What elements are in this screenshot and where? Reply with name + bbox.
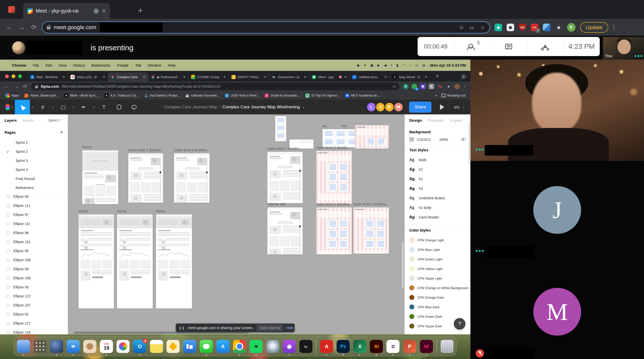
participant-avatar-m[interactable]: M	[533, 288, 581, 336]
lastpass-extension-icon[interactable]: •••7	[531, 24, 538, 31]
add-page-button[interactable]: +	[60, 129, 63, 136]
page-row-sprint-4[interactable]: Sprint 4	[0, 165, 68, 174]
page-row-sprint-3[interactable]: Sprint 3	[0, 156, 68, 165]
participant-avatar-j[interactable]: J	[533, 186, 581, 234]
bookmark-star-icon[interactable]: ☆	[480, 24, 485, 30]
tab-close-icon[interactable]: ✕	[384, 75, 387, 79]
bookmark-10-top-ux-agenci-[interactable]: X10 Top UX Agenci...	[305, 94, 340, 98]
layer-row-ellipse-92[interactable]: Ellipse 92	[0, 310, 68, 319]
layer-row-ellipse-122[interactable]: Ellipse 122	[0, 292, 68, 301]
page-row-refinement[interactable]: Refinement	[0, 183, 68, 192]
inner-menu-icon[interactable]: ⋮	[463, 84, 467, 89]
frame-label[interactable]: ex...	[342, 124, 349, 128]
mail-dock-icon[interactable]: ✉	[67, 340, 80, 353]
outer-address-bar[interactable]: meet.google.com ⌸ ⚏ ☆	[42, 21, 490, 33]
canvas-frame-side-by-side-12[interactable]	[267, 207, 303, 254]
frame-label[interactable]: ex...	[323, 124, 329, 128]
inner-bookmark-star[interactable]: ☆	[392, 84, 396, 89]
canvas-frame-zoom-level-2-timeline--13[interactable]	[316, 207, 352, 254]
frame-label[interactable]: zoom level 2 timelin...	[267, 147, 301, 151]
browser-tab--refinement[interactable]: ▶ Refinement✕	[148, 72, 188, 81]
launchpad-dock-icon[interactable]	[33, 340, 47, 353]
wifi-status-icon[interactable]: ◠	[402, 63, 405, 67]
translate-extension-icon[interactable]	[543, 24, 550, 31]
zoom-control[interactable]: 9%▾	[454, 105, 466, 109]
photos-dock-icon[interactable]	[116, 340, 130, 353]
camera-access-icon[interactable]: ⌸	[460, 24, 463, 30]
inner-reload-button[interactable]: ⟳	[23, 83, 27, 89]
color-style-cpn-yellow-light[interactable]: CPN Yellow Light	[409, 264, 466, 274]
canvas-frame-home-11[interactable]	[156, 214, 192, 308]
canvas-frame-zoom-level-2-timelin--8[interactable]	[316, 151, 352, 204]
browser-tab-untitled-docu[interactable]: ≡Untitled docu✕	[349, 72, 390, 81]
layer-row-ellipse-85[interactable]: Ellipse 85	[0, 192, 68, 201]
color-style-cpn-blue-dark[interactable]: CPN Blue Dark	[409, 302, 466, 312]
tab-close-icon[interactable]: ✕	[102, 75, 105, 79]
text-style-underline-button[interactable]: AgUnderline Button	[409, 193, 466, 203]
canvas-frame-minicol-0[interactable]	[275, 116, 286, 141]
frame-label[interactable]: zoom level 2 timelin...	[316, 146, 350, 150]
present-button[interactable]	[527, 37, 563, 56]
present-play-icon[interactable]	[440, 104, 447, 110]
background-swatch[interactable]	[409, 137, 414, 142]
ublock-extension-icon[interactable]: UO	[519, 24, 526, 31]
inner-back-button[interactable]: ←	[5, 84, 9, 89]
inner-new-tab-button[interactable]: +	[435, 72, 439, 80]
layer-row-ellipse-107[interactable]: Ellipse 107	[0, 301, 68, 310]
visibility-eye-icon[interactable]	[461, 138, 466, 141]
canvas-frame-zoom-level-2-timeline--6[interactable]	[174, 153, 210, 203]
tab-close-icon[interactable]: ✕	[263, 75, 266, 79]
hide-toast-button[interactable]: Hide	[286, 326, 294, 330]
green-extension-icon[interactable]: 1	[412, 84, 417, 89]
share-button[interactable]: Share	[409, 102, 431, 113]
inner-forward-button[interactable]: →	[14, 84, 19, 89]
illustrator-dock-icon[interactable]: Ai	[370, 340, 383, 353]
acrobat-dock-icon[interactable]: A	[320, 340, 333, 353]
tab-close-icon[interactable]: ✕	[143, 75, 146, 79]
window-traffic-lights[interactable]	[5, 74, 22, 78]
text-style-h3[interactable]: Agh3	[409, 184, 466, 193]
appstore-dock-icon[interactable]: A	[216, 340, 229, 353]
tab-close-icon[interactable]: ✕	[344, 75, 347, 79]
menubar-item-tab[interactable]: Tab	[135, 63, 141, 67]
page-row-final-round[interactable]: Final Round	[0, 174, 68, 183]
chrome-menu-icon[interactable]: ⋮	[611, 24, 617, 31]
move-tool[interactable]	[15, 100, 30, 114]
grammarly-extension-icon[interactable]: G	[403, 84, 409, 89]
contacts-dock-icon[interactable]	[83, 340, 96, 353]
inner-profile-avatar[interactable]	[454, 84, 460, 89]
teampassword-extension-icon[interactable]: Tp	[437, 84, 443, 89]
photoshop-dock-icon[interactable]: Ps	[337, 340, 350, 353]
battery-status-icon[interactable]: ▮	[396, 63, 398, 67]
text-style-h1[interactable]: Agh1	[409, 174, 466, 184]
layer-row-ellipse-110[interactable]: Ellipse 110	[0, 237, 68, 246]
comment-tool[interactable]	[127, 100, 142, 114]
hand-tool[interactable]	[111, 100, 127, 114]
keynote-dock-icon[interactable]: ▋▆	[183, 340, 196, 353]
stop-sharing-button[interactable]: Stop sharing	[257, 325, 283, 331]
menubar-item-view[interactable]: View	[59, 63, 67, 67]
loom-extension-icon[interactable]: ◉	[495, 24, 502, 31]
layer-row-ellipse-111[interactable]: Ellipse 111	[0, 219, 68, 228]
layer-row-ellipse-95[interactable]: Ellipse 95	[0, 246, 68, 255]
tab-search-icon[interactable]: ▼	[461, 74, 466, 79]
browser-tab-cchmc-comp[interactable]: CCHMC Comp✕	[188, 72, 229, 81]
menubar-item-chrome[interactable]: Chrome	[12, 63, 26, 67]
frame-label[interactable]: Home	[156, 209, 165, 213]
canvas-frame-home-9[interactable]	[78, 214, 114, 308]
background-opacity[interactable]: 100%	[439, 138, 448, 142]
tab-close-icon[interactable]: ✕	[424, 75, 427, 79]
bookmark-mut-academy-an-[interactable]: BéMUT Academy an...	[345, 94, 380, 98]
canvas-vertical-scrollbar[interactable]	[402, 241, 404, 288]
frame-tool[interactable]: #	[35, 100, 50, 114]
play-status-icon[interactable]: ▶	[377, 63, 380, 67]
help-button[interactable]: ?	[454, 318, 465, 330]
volume-status-icon[interactable]: ◀	[384, 63, 386, 67]
pen-tool[interactable]: ✒	[76, 100, 91, 114]
screen-alert-status-icon[interactable]: ▣	[370, 63, 373, 67]
display-status-icon[interactable]: ▭	[415, 63, 418, 67]
menubar-item-help[interactable]: Help	[168, 63, 176, 67]
bookmark-ina-garten-s-roast-[interactable]: ⚓Ina Garten's Roast...	[144, 94, 180, 98]
layer-row-ellipse-96[interactable]: Ellipse 96	[0, 228, 68, 237]
excel-dock-icon[interactable]: X	[353, 340, 366, 353]
